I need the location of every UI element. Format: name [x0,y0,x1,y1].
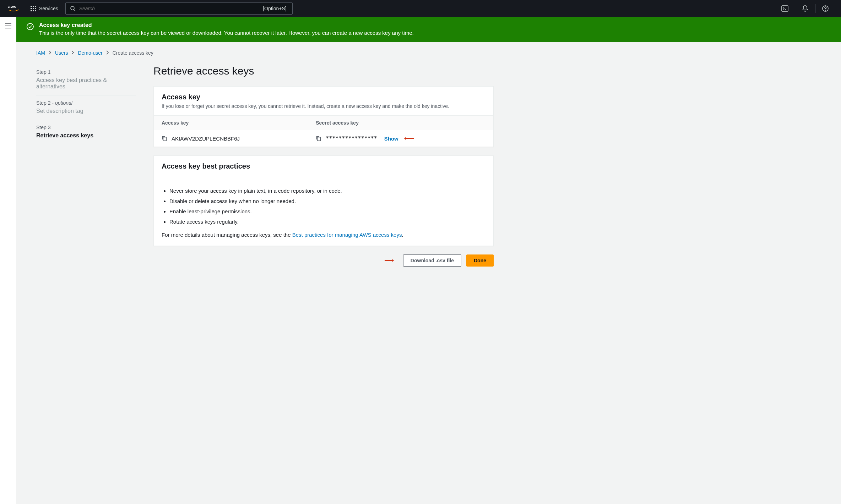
services-label: Services [39,6,58,11]
col-secret-key: Secret access key [316,120,485,126]
access-key-panel: Access key If you lose or forget your se… [153,86,494,147]
breadcrumb-user[interactable]: Demo-user [78,50,102,56]
search-input[interactable] [79,6,259,11]
step-num: Step 2 - optional [36,100,136,106]
best-practices-list: Never store your access key in plain tex… [169,186,485,227]
list-item: Disable or delete access key when no lon… [169,196,485,206]
success-banner: Access key created This is the only time… [16,17,841,42]
bell-icon [802,5,809,12]
page-title: Retrieve access keys [153,65,494,77]
services-grid-icon [31,6,36,11]
banner-title: Access key created [39,22,414,28]
page-actions: Download .csv file Done [153,254,494,267]
hamburger-icon [5,23,11,28]
svg-line-2 [74,10,75,11]
hamburger-button[interactable] [5,23,11,504]
cloudshell-button[interactable] [776,0,793,17]
list-item: Enable least-privilege permissions. [169,206,485,217]
global-search[interactable]: [Option+S] [65,2,293,15]
chevron-right-icon [106,50,109,56]
best-practices-panel: Access key best practices Never store yo… [153,155,494,246]
svg-text:aws: aws [8,4,16,9]
success-check-icon [26,23,34,31]
side-drawer-toggle-col [0,17,16,504]
list-item: Never store your access key in plain tex… [169,186,485,196]
svg-rect-11 [163,137,167,141]
copy-icon[interactable] [316,136,321,141]
search-shortcut-hint: [Option+S] [263,6,287,11]
breadcrumb-current: Create access key [113,50,153,56]
best-practices-footer: For more details about managing access k… [162,232,485,238]
svg-point-1 [71,6,74,10]
breadcrumb-users[interactable]: Users [55,50,68,56]
step-label: Access key best practices & alternatives [36,77,136,90]
help-icon [822,5,829,12]
panel-heading: Access key best practices [162,162,485,170]
access-key-value: AKIAWV2DZUPLECNBBF6J [172,136,240,142]
chevron-right-icon [71,50,74,56]
notifications-button[interactable] [797,0,814,17]
panel-subtext: If you lose or forget your secret access… [162,103,485,109]
list-item: Rotate access keys regularly. [169,217,485,227]
step-num: Step 3 [36,125,136,130]
svg-point-10 [27,23,33,30]
banner-description: This is the only time that the secret ac… [39,30,414,36]
search-icon [70,6,76,11]
top-nav: aws Services [Option+S] [0,0,841,17]
secret-key-masked: **************** [326,135,377,142]
wizard-steps: Step 1 Access key best practices & alter… [36,65,136,144]
step-label: Set description tag [36,108,136,114]
done-button[interactable]: Done [466,254,494,267]
chevron-right-icon [49,50,51,56]
show-secret-link[interactable]: Show [384,136,398,142]
step-1: Step 1 Access key best practices & alter… [36,65,136,96]
help-button[interactable] [817,0,834,17]
services-menu-button[interactable]: Services [31,6,58,11]
svg-point-6 [825,10,826,11]
col-access-key: Access key [162,120,316,126]
breadcrumb-iam[interactable]: IAM [36,50,45,56]
best-practices-link[interactable]: Best practices for managing AWS access k… [292,232,402,238]
annotation-arrow-icon [385,259,395,262]
step-num: Step 1 [36,69,136,75]
panel-heading: Access key [162,93,485,101]
step-label: Retrieve access keys [36,132,136,139]
cloudshell-icon [781,5,788,12]
key-row: AKIAWV2DZUPLECNBBF6J **************** Sh… [154,130,493,147]
step-3: Step 3 Retrieve access keys [36,120,136,144]
svg-rect-12 [318,137,321,141]
svg-rect-3 [782,6,788,11]
copy-icon[interactable] [162,136,167,141]
annotation-arrow-icon [405,138,414,139]
download-csv-button[interactable]: Download .csv file [403,254,461,267]
aws-logo[interactable]: aws [7,4,23,13]
breadcrumb: IAM Users Demo-user Create access key [36,50,494,56]
step-2: Step 2 - optional Set description tag [36,96,136,120]
